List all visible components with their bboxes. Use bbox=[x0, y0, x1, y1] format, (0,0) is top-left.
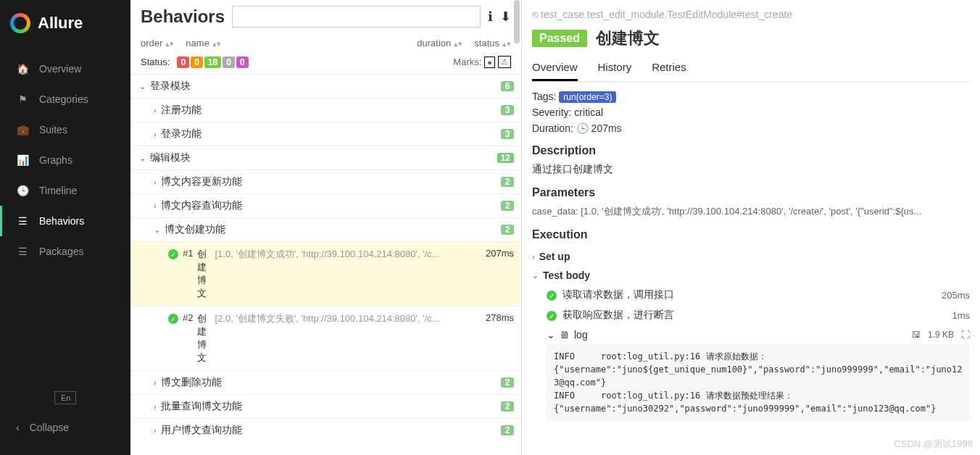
status-passed[interactable]: 18 bbox=[204, 57, 221, 68]
collapse-button[interactable]: ‹Collapse bbox=[0, 413, 130, 442]
case-num: #2 bbox=[183, 312, 193, 323]
setup-row[interactable]: ›Set up bbox=[532, 247, 970, 266]
bomb-icon[interactable]: ● bbox=[484, 57, 495, 68]
tab-overview[interactable]: Overview bbox=[532, 57, 578, 81]
step-duration: 1ms bbox=[952, 310, 970, 321]
feature-create[interactable]: ⌄博文创建功能2 bbox=[130, 217, 521, 241]
count-badge: 12 bbox=[497, 153, 514, 163]
nav-timeline[interactable]: 🕒Timeline bbox=[0, 175, 130, 206]
chevron-right-icon: › bbox=[154, 106, 157, 114]
description-heading: Description bbox=[532, 144, 970, 157]
status-unknown[interactable]: 0 bbox=[236, 57, 249, 68]
pass-icon: ✓ bbox=[547, 311, 557, 321]
status-failed[interactable]: 0 bbox=[177, 57, 189, 68]
count-badge: 2 bbox=[501, 201, 514, 211]
nav: 🏠Overview ⚑Categories 💼Suites 📊Graphs 🕒T… bbox=[0, 46, 130, 384]
nav-label: Graphs bbox=[39, 154, 72, 166]
step-1[interactable]: ✓读取请求数据，调用接口205ms bbox=[532, 285, 970, 305]
tags-label: Tags: bbox=[532, 91, 556, 102]
sort-icon: ▴▾ bbox=[212, 41, 221, 46]
tab-retries[interactable]: Retries bbox=[652, 57, 686, 81]
lang-switch[interactable]: En bbox=[54, 391, 76, 404]
warning-icon[interactable]: ⚠ bbox=[498, 56, 511, 68]
list-icon: ☰ bbox=[16, 214, 29, 228]
save-icon[interactable]: 🖫 bbox=[912, 330, 921, 340]
marks: Marks: ● ⚠ bbox=[453, 56, 511, 68]
feature-delete[interactable]: ›博文删除功能2 bbox=[130, 370, 521, 394]
log-size: 1.9 KB bbox=[928, 330, 954, 340]
count-badge: 3 bbox=[501, 105, 514, 115]
expand-icon[interactable]: ⛶ bbox=[961, 330, 970, 340]
layers-icon: ☰ bbox=[16, 245, 29, 258]
nav-categories[interactable]: ⚑Categories bbox=[0, 84, 130, 114]
case-num: #1 bbox=[183, 248, 193, 259]
sort-bar: order▴▾ name▴▾ duration▴▾ status▴▾ bbox=[130, 33, 521, 53]
feature-register[interactable]: ›注册功能3 bbox=[130, 98, 521, 122]
step-label: 获取响应数据，进行断言 bbox=[562, 309, 674, 322]
description-text: 通过接口创建博文 bbox=[532, 163, 970, 176]
nav-label: Behaviors bbox=[39, 215, 84, 227]
chevron-right-icon: › bbox=[154, 378, 157, 387]
count-badge: 2 bbox=[501, 425, 514, 435]
nav-behaviors[interactable]: ☰Behaviors bbox=[0, 206, 130, 236]
case-2[interactable]: ✓ #2 创建博文 [2.0, '创建博文失败', 'http://39.100… bbox=[130, 306, 521, 370]
clock-icon: 🕒 bbox=[16, 184, 29, 197]
filter-bar: Status: 0 0 18 0 0 Marks: ● ⚠ bbox=[130, 53, 521, 74]
feature-batch[interactable]: ›批量查询博文功能2 bbox=[130, 394, 521, 418]
feature-update[interactable]: ›博文内容更新功能2 bbox=[130, 170, 521, 193]
download-icon[interactable]: ⬇ bbox=[500, 9, 511, 25]
logo[interactable]: Allure bbox=[0, 0, 130, 46]
severity-value: critical bbox=[574, 107, 603, 118]
sort-icon: ▴▾ bbox=[165, 41, 174, 46]
severity-row: Severity: critical bbox=[532, 107, 970, 118]
sort-duration[interactable]: duration▴▾ bbox=[417, 38, 462, 49]
status-broken[interactable]: 0 bbox=[191, 57, 203, 68]
tag[interactable]: run(order=3) bbox=[559, 91, 616, 103]
feature-login[interactable]: ›登录功能3 bbox=[130, 122, 521, 146]
group-edit[interactable]: ⌄编辑模块12 bbox=[130, 146, 521, 170]
setup-label: Set up bbox=[539, 251, 570, 262]
log-body: INFO root:log_util.py:16 请求原始数据： {"usern… bbox=[547, 344, 970, 421]
feature-query[interactable]: ›博文内容查询功能2 bbox=[130, 193, 521, 217]
sort-status[interactable]: status▴▾ bbox=[474, 38, 511, 49]
tabs: Overview History Retries bbox=[532, 57, 970, 82]
detail-panel: ⎋test_case.test_edit_module.TestEditModu… bbox=[522, 0, 980, 455]
tab-history[interactable]: History bbox=[598, 57, 632, 81]
nav-packages[interactable]: ☰Packages bbox=[0, 236, 130, 267]
scrollbar[interactable] bbox=[514, 0, 520, 43]
testbody-label: Test body bbox=[543, 270, 590, 281]
case-duration: 278ms bbox=[486, 312, 514, 323]
status-badges: 0 0 18 0 0 bbox=[177, 57, 248, 68]
allure-logo-icon bbox=[10, 13, 30, 33]
info-icon[interactable]: ℹ bbox=[488, 9, 493, 25]
case-1[interactable]: ✓ #1 创建博文 [1.0, '创建博文成功', 'http://39.100… bbox=[130, 241, 521, 306]
feature-user-query[interactable]: ›用户博文查询功能2 bbox=[130, 418, 521, 442]
group-login[interactable]: ⌄登录模块6 bbox=[130, 74, 521, 98]
nav-suites[interactable]: 💼Suites bbox=[0, 114, 130, 145]
step-2[interactable]: ✓获取响应数据，进行断言1ms bbox=[532, 305, 970, 325]
chevron-down-icon: ⌄ bbox=[139, 154, 146, 163]
sort-order[interactable]: order▴▾ bbox=[141, 38, 174, 49]
chevron-right-icon: › bbox=[532, 252, 535, 261]
panel-header: Behaviors ℹ ⬇ bbox=[130, 0, 521, 33]
case-duration: 207ms bbox=[486, 248, 514, 259]
status-pill: Passed bbox=[532, 30, 587, 47]
status-skipped[interactable]: 0 bbox=[223, 57, 235, 68]
count-badge: 2 bbox=[501, 177, 514, 187]
param-key: case_data bbox=[532, 206, 576, 217]
marks-label: Marks: bbox=[453, 57, 481, 67]
tags-row: Tags: run(order=3) bbox=[532, 91, 970, 102]
chevron-right-icon: › bbox=[154, 178, 157, 186]
testbody-row[interactable]: ⌄Test body bbox=[532, 266, 970, 285]
sort-name[interactable]: name▴▾ bbox=[186, 38, 221, 49]
log-row[interactable]: ⌄🗎log🖫1.9 KB⛶ bbox=[532, 325, 970, 344]
search-input[interactable] bbox=[232, 6, 481, 28]
nav-overview[interactable]: 🏠Overview bbox=[0, 54, 130, 84]
nav-label: Overview bbox=[39, 63, 81, 75]
count-badge: 2 bbox=[501, 225, 514, 235]
step-duration: 205ms bbox=[942, 290, 970, 301]
link-icon: ⎋ bbox=[532, 9, 538, 20]
chevron-left-icon: ‹ bbox=[16, 422, 20, 433]
clock-icon: 🕒 bbox=[576, 122, 591, 134]
nav-graphs[interactable]: 📊Graphs bbox=[0, 145, 130, 175]
